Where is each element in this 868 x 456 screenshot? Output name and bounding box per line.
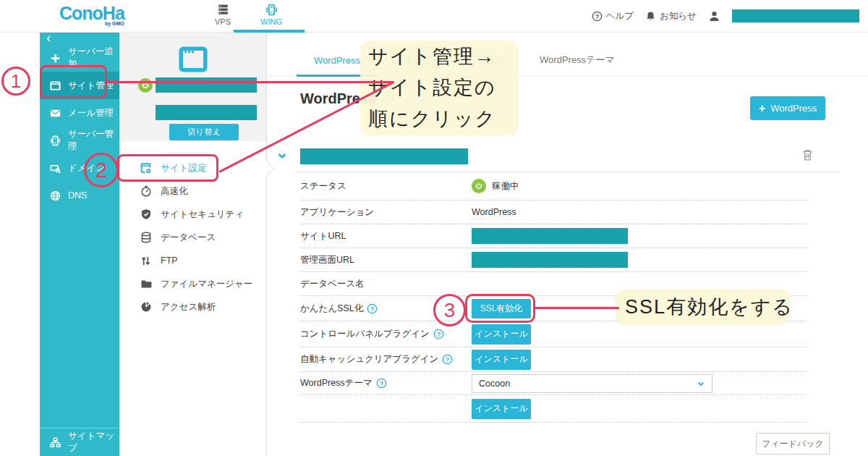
admin-url-redacted: [472, 252, 628, 268]
submenu-item-label: FTP: [161, 256, 178, 266]
conoha-logo[interactable]: ConoHa by GMO: [59, 4, 124, 26]
wordpress-theme-select[interactable]: Cocoon: [472, 374, 712, 393]
row-label: WordPressテーマ ?: [300, 377, 472, 389]
add-wordpress-button[interactable]: + WordPress: [750, 96, 825, 120]
install-theme-button[interactable]: インストール: [472, 399, 531, 419]
help-icon[interactable]: ?: [442, 354, 453, 365]
chevron-down-icon: [697, 379, 705, 388]
submenu-item-speedup[interactable]: 高速化: [119, 180, 266, 203]
news-label: お知らせ: [660, 10, 697, 22]
submenu-item-ftp[interactable]: FTP: [119, 249, 266, 272]
application-value: WordPress: [472, 207, 516, 217]
submenu-item-database[interactable]: データベース: [119, 226, 266, 249]
domain-search-icon: [49, 162, 61, 174]
server-tower-icon: [253, 3, 289, 16]
submenu-item-site-security[interactable]: サイトセキュリティ: [119, 203, 266, 226]
help-label: ヘルプ: [606, 10, 634, 22]
top-header: ConoHa by GMO VPS WING ? ヘルプ: [0, 0, 868, 33]
user-avatar-icon[interactable]: [708, 10, 720, 22]
svg-text:?: ?: [380, 380, 383, 387]
plus-icon: [49, 52, 61, 64]
switch-server-button[interactable]: 切り替え: [169, 124, 239, 140]
submenu-item-label: ファイルマネージャー: [161, 278, 252, 290]
active-product-underline: [234, 30, 305, 33]
detail-row-status: ステータス 稼働中: [300, 172, 807, 200]
pie-chart-icon: [140, 301, 152, 313]
trash-icon[interactable]: [801, 148, 814, 161]
product-tab-vps[interactable]: VPS: [208, 3, 237, 26]
site-sub-sidebar: 切り替え サイト設定 高速化 サイトセキュリティ データベース FTP: [119, 33, 267, 456]
news-menu-item[interactable]: お知らせ: [645, 10, 697, 22]
tab-wordpress-theme[interactable]: WordPressテーマ: [522, 46, 632, 75]
help-menu-item[interactable]: ? ヘルプ: [592, 10, 634, 22]
database-icon: [140, 232, 152, 244]
submenu-item-file-manager[interactable]: ファイルマネージャー: [119, 272, 266, 295]
svg-text:?: ?: [437, 331, 441, 338]
site-name-redacted: [156, 105, 257, 120]
annotation-line-site-management: [106, 81, 394, 83]
sidebar-item-mail-management[interactable]: メール管理: [40, 99, 119, 127]
submenu-item-label: アクセス解析: [161, 301, 216, 313]
row-label: サイトURL: [300, 230, 472, 242]
site-domain-redacted: [300, 148, 468, 164]
site-accordion-header[interactable]: [268, 145, 868, 172]
bell-icon: [645, 11, 656, 22]
envelope-icon: [49, 107, 61, 119]
browser-window-icon: [178, 45, 208, 74]
sitemap-icon: [49, 436, 61, 448]
annotation-box-site-settings: [117, 154, 218, 182]
install-control-panel-plugin-button[interactable]: インストール: [472, 324, 531, 345]
help-icon[interactable]: ?: [376, 378, 387, 389]
row-label-text: 自動キャッシュクリアプラグイン: [300, 353, 438, 366]
install-cache-clear-plugin-button[interactable]: インストール: [472, 350, 531, 370]
server-stack-icon: [208, 3, 237, 16]
sidebar-item-server-management[interactable]: サーバー管理: [40, 127, 119, 154]
annotation-step-1-badge: 1: [1, 67, 30, 96]
note-line: 順にクリック: [368, 104, 519, 135]
submenu-item-access-analytics[interactable]: アクセス解析: [119, 295, 266, 318]
sidebar-item-sitemap[interactable]: サイトマップ: [40, 428, 119, 456]
sidebar-item-label: DNS: [68, 190, 87, 200]
sidebar-bottom: サイトマップ: [40, 428, 119, 456]
detail-row-cache-clear-plugin: 自動キャッシュクリアプラグイン ? インストール: [300, 347, 807, 372]
feedback-button[interactable]: フィードバック: [756, 433, 830, 455]
main-content: WordPress 基本設定 応用設定 WordPressテーマ WordPre…: [268, 33, 868, 456]
detail-row-application: アプリケーション WordPress: [300, 200, 807, 224]
row-label-text: コントロールパネルプラグイン: [300, 328, 430, 340]
help-icon[interactable]: ?: [367, 303, 378, 314]
note-line: サイト管理→: [368, 41, 519, 72]
row-label-text: かんたんSSL化: [300, 303, 363, 315]
detail-row-wordpress-theme: WordPressテーマ ? Cocoon: [300, 372, 807, 395]
svg-text:?: ?: [595, 12, 599, 20]
product-tab-vps-label: VPS: [208, 17, 237, 26]
annotation-step-2-badge: 2: [84, 153, 119, 187]
annotation-box-ssl-button: [465, 294, 535, 323]
power-status-icon: [138, 78, 153, 93]
detail-row-control-panel-plugin: コントロールパネルプラグイン ? インストール: [300, 321, 807, 347]
product-tab-wing-label: WING: [253, 17, 289, 26]
globe-icon: [49, 190, 61, 201]
chevron-down-icon[interactable]: [276, 150, 288, 161]
help-icon[interactable]: ?: [433, 329, 444, 339]
status-value: 稼働中: [492, 180, 519, 193]
sidebar-collapse-icon[interactable]: [40, 33, 119, 44]
power-status-icon: [472, 179, 486, 193]
plus-icon: +: [759, 102, 765, 115]
product-tab-wing[interactable]: WING: [253, 3, 289, 26]
annotation-step-3-badge: 3: [433, 294, 466, 326]
sidebar-item-label: サイトマップ: [68, 430, 119, 455]
header-right-menu: ? ヘルプ お知らせ: [592, 9, 859, 22]
theme-select-value: Cocoon: [479, 379, 510, 389]
logo-text: ConoHa: [59, 4, 124, 22]
note-line: サイト設定の: [368, 72, 519, 104]
annotation-line-ssl: [535, 307, 619, 309]
row-label: 自動キャッシュクリアプラグイン ?: [300, 353, 472, 366]
row-label: アプリケーション: [300, 206, 472, 219]
site-url-redacted: [472, 228, 628, 244]
speedometer-icon: [140, 185, 152, 198]
folder-icon: [140, 278, 152, 290]
annotation-note-ssl: SSL有効化をする: [616, 289, 790, 325]
account-name-redacted[interactable]: [732, 9, 859, 22]
svg-text:?: ?: [446, 356, 449, 363]
row-label-text: WordPressテーマ: [300, 377, 373, 389]
